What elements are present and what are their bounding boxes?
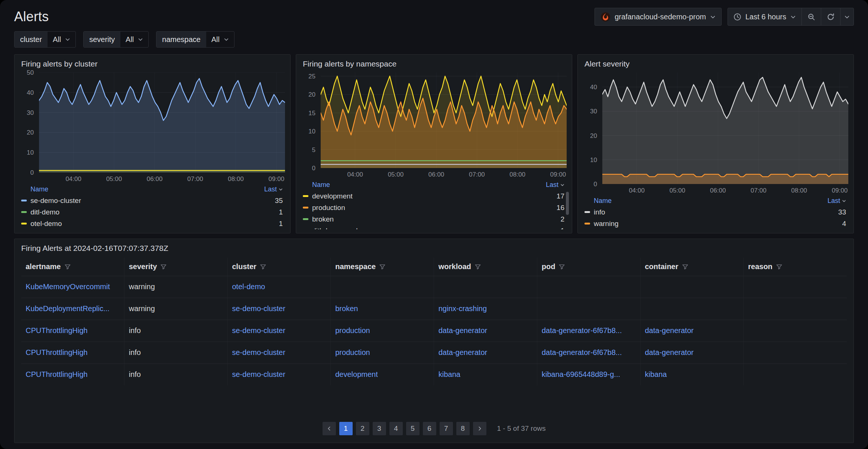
datasource-picker[interactable]: grafanacloud-sedemo-prom <box>595 8 722 26</box>
cell-cluster[interactable]: se-demo-cluster <box>228 320 331 342</box>
refresh-button[interactable] <box>821 8 841 26</box>
filter-icon[interactable] <box>475 264 481 270</box>
column-header-namespace[interactable]: namespace <box>331 258 434 276</box>
legend-item-development[interactable]: development17 <box>302 190 566 202</box>
filter-icon[interactable] <box>64 264 71 270</box>
cell-workload[interactable]: nginx-crashing <box>434 298 537 320</box>
legend-item-ditl-demo-prod[interactable]: ditl-demo-prod1 <box>302 225 566 229</box>
cell-workload <box>434 276 537 298</box>
legend-item-ditl-demo[interactable]: ditl-demo1 <box>20 206 284 218</box>
panel-title[interactable]: Firing Alerts at 2024-02-16T07:07:37.378… <box>14 239 854 255</box>
grafana-logo-icon <box>600 12 610 22</box>
cell-namespace[interactable]: development <box>331 364 434 385</box>
cell-namespace <box>331 276 434 298</box>
cell-pod[interactable]: data-generator-6f67b8... <box>537 342 641 364</box>
page-button-3[interactable]: 3 <box>373 422 386 435</box>
page-button-7[interactable]: 7 <box>440 422 453 435</box>
refresh-interval-dropdown[interactable] <box>840 8 854 26</box>
legend: Name Last se-demo-cluster35ditl-demo1ote… <box>20 184 285 229</box>
filter-cluster[interactable]: clusterAll <box>14 31 76 48</box>
cell-alertname[interactable]: CPUThrottlingHigh <box>21 342 124 364</box>
cell-cluster[interactable]: se-demo-cluster <box>228 342 331 364</box>
page-button-8[interactable]: 8 <box>456 422 470 435</box>
cell-alertname[interactable]: KubeMemoryOvercommit <box>21 276 124 298</box>
cell-alertname[interactable]: CPUThrottlingHigh <box>21 320 124 342</box>
x-axis: 04:0005:0006:0007:0008:0009:00 <box>602 184 848 195</box>
panel-title[interactable]: Alert severity <box>578 55 854 71</box>
cell-container[interactable]: kibana <box>641 364 744 385</box>
filter-icon[interactable] <box>558 264 565 270</box>
filter-value-dropdown[interactable]: All <box>120 32 148 47</box>
legend-item-warning[interactable]: warning4 <box>584 218 848 229</box>
filter-namespace[interactable]: namespaceAll <box>156 31 234 48</box>
time-range-picker[interactable]: Last 6 hours <box>728 8 802 26</box>
column-header-reason[interactable]: reason <box>744 258 847 276</box>
legend-scrollbar[interactable] <box>566 192 569 215</box>
legend-item-info[interactable]: info33 <box>584 206 848 218</box>
legend-item-otel-demo[interactable]: otel-demo1 <box>20 218 284 229</box>
filter-label: severity <box>84 32 120 47</box>
pagination-summary: 1 - 5 of 37 rows <box>497 424 546 433</box>
timeseries-plot[interactable] <box>321 72 567 168</box>
page-button-2[interactable]: 2 <box>356 422 369 435</box>
zoom-out-button[interactable] <box>801 8 821 26</box>
legend-sort-last[interactable]: Last <box>546 181 564 189</box>
cell-container[interactable]: data-generator <box>641 320 744 342</box>
filter-label: cluster <box>14 32 48 47</box>
column-header-alertname[interactable]: alertname <box>21 258 124 276</box>
legend-sort-name[interactable]: Name <box>312 181 330 189</box>
column-header-workload[interactable]: workload <box>434 258 537 276</box>
filter-value-dropdown[interactable]: All <box>48 32 75 47</box>
cell-cluster[interactable]: se-demo-cluster <box>228 364 331 385</box>
cell-reason <box>744 320 847 342</box>
filter-icon[interactable] <box>160 264 167 270</box>
clock-icon <box>733 13 741 21</box>
column-header-cluster[interactable]: cluster <box>228 258 331 276</box>
header: Alerts grafanacloud-sedemo-prom <box>14 6 854 28</box>
series-name: development <box>312 192 353 200</box>
panel-title[interactable]: Firing alerts by cluster <box>14 55 290 71</box>
legend-sort-name[interactable]: Name <box>594 197 612 205</box>
cell-workload[interactable]: data-generator <box>434 320 537 342</box>
cell-container[interactable]: data-generator <box>641 342 744 364</box>
timeseries-plot[interactable] <box>602 72 848 184</box>
panel-firing-alerts-table: Firing Alerts at 2024-02-16T07:07:37.378… <box>14 239 854 443</box>
next-page-button[interactable] <box>473 422 486 435</box>
legend-sort-last[interactable]: Last <box>264 185 283 193</box>
cell-alertname[interactable]: CPUThrottlingHigh <box>21 364 124 385</box>
cell-workload[interactable]: kibana <box>434 364 537 385</box>
cell-cluster[interactable]: otel-demo <box>228 276 331 298</box>
panel-title[interactable]: Firing alerts by namespace <box>296 55 572 71</box>
filter-icon[interactable] <box>260 264 266 270</box>
column-header-container[interactable]: container <box>641 258 744 276</box>
cell-pod[interactable]: kibana-6965448d89-g... <box>537 364 641 385</box>
column-header-pod[interactable]: pod <box>537 258 641 276</box>
cell-pod[interactable]: data-generator-6f67b8... <box>537 320 641 342</box>
legend-sort-last[interactable]: Last <box>827 197 846 205</box>
filter-icon[interactable] <box>682 264 689 270</box>
cell-namespace[interactable]: production <box>331 320 434 342</box>
filter-severity[interactable]: severityAll <box>83 31 149 48</box>
cell-namespace[interactable]: production <box>331 342 434 364</box>
timeseries-plot[interactable] <box>39 72 285 172</box>
cell-reason <box>744 298 847 320</box>
cell-workload[interactable]: data-generator <box>434 342 537 364</box>
cell-namespace[interactable]: broken <box>331 298 434 320</box>
cell-cluster[interactable]: se-demo-cluster <box>228 298 331 320</box>
cell-alertname[interactable]: KubeDeploymentReplic... <box>21 298 124 320</box>
filter-value-dropdown[interactable]: All <box>206 32 234 47</box>
legend-item-production[interactable]: production16 <box>302 202 566 213</box>
filter-icon[interactable] <box>379 264 386 270</box>
previous-page-button[interactable] <box>323 422 336 435</box>
table-row: KubeDeploymentReplic...warningse-demo-cl… <box>21 298 847 320</box>
page-button-6[interactable]: 6 <box>423 422 436 435</box>
page-button-4[interactable]: 4 <box>389 422 403 435</box>
x-axis-label: 06:00 <box>710 187 726 194</box>
legend-item-se-demo-cluster[interactable]: se-demo-cluster35 <box>20 195 284 206</box>
page-button-1[interactable]: 1 <box>339 422 353 435</box>
legend-item-broken[interactable]: broken2 <box>302 213 566 225</box>
column-header-severity[interactable]: severity <box>124 258 228 276</box>
legend-sort-name[interactable]: Name <box>30 185 48 193</box>
filter-icon[interactable] <box>776 264 783 270</box>
page-button-5[interactable]: 5 <box>406 422 420 435</box>
